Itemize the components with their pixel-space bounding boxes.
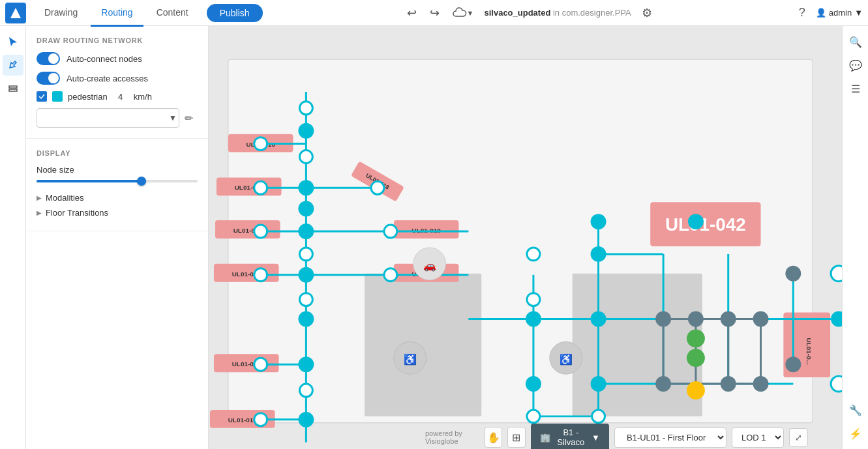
svg-point-71 [298, 201, 314, 216]
svg-point-94 [591, 376, 606, 392]
redo-button[interactable]: ↪ [427, 3, 442, 23]
svg-point-98 [831, 376, 842, 392]
hand-tool-button[interactable]: ✋ [485, 427, 502, 448]
pedestrian-unit: km/h [134, 92, 152, 102]
tab-content[interactable]: Content [146, 1, 199, 27]
svg-point-65 [298, 123, 314, 139]
svg-point-105 [753, 376, 769, 392]
building-icon: 🏢 [540, 433, 550, 442]
topbar-right: ? 👤 admin ▼ [796, 3, 863, 22]
floor-transitions-chevron-icon: ▶ [37, 209, 42, 216]
lod-select[interactable]: LOD 1 [732, 427, 784, 448]
pedestrian-type-row: ▼ ✏ [37, 108, 198, 128]
svg-point-106 [785, 266, 801, 282]
side-panel: DRAW ROUTING NETWORK Auto-connect nodes … [26, 26, 209, 449]
tab-drawing[interactable]: Drawing [34, 1, 88, 27]
layers-button[interactable] [3, 78, 23, 99]
cursor-tool-button[interactable] [3, 31, 23, 52]
lightning-button[interactable]: ⚡ [845, 423, 866, 444]
auto-connect-toggle[interactable] [37, 52, 60, 65]
search-button[interactable]: 🔍 [845, 31, 866, 52]
pedestrian-row: pedestrian 4 km/h [37, 91, 198, 102]
pedestrian-checkbox[interactable] [37, 91, 47, 102]
svg-point-82 [254, 358, 267, 371]
cloud-button[interactable]: ▼ [450, 5, 477, 22]
edit-pedestrian-button[interactable]: ✏ [179, 109, 198, 127]
svg-point-79 [299, 293, 312, 306]
node-size-slider[interactable] [37, 180, 198, 182]
svg-point-74 [384, 225, 397, 238]
svg-point-109 [687, 349, 705, 367]
svg-text:UL01-0...: UL01-0... [805, 338, 813, 366]
svg-point-102 [655, 376, 671, 392]
svg-point-107 [785, 356, 801, 372]
settings-button[interactable]: ⚙ [639, 3, 655, 23]
svg-point-111 [688, 214, 704, 229]
help-button[interactable]: ? [796, 3, 808, 22]
auto-create-row: Auto-create accesses [37, 72, 198, 85]
svg-point-93 [591, 311, 606, 327]
svg-point-108 [687, 329, 705, 347]
tools-button[interactable]: 🔧 [845, 399, 866, 420]
auto-create-toggle[interactable] [37, 72, 60, 85]
publish-button[interactable]: Publish [207, 4, 263, 22]
svg-point-72 [298, 224, 314, 239]
draw-routing-title: DRAW ROUTING NETWORK [37, 36, 198, 44]
svg-point-77 [254, 268, 267, 282]
svg-rect-2 [9, 89, 17, 91]
user-name: admin [829, 8, 852, 18]
pedestrian-color-swatch [52, 91, 63, 102]
floor-building-chevron-icon: ▼ [591, 433, 600, 442]
floor-level-select[interactable]: B1-UL01 - First Floor [614, 427, 726, 448]
modalities-chevron-icon: ▶ [37, 194, 42, 201]
expand-button[interactable]: ⤢ [789, 428, 808, 447]
svg-point-75 [299, 248, 312, 261]
draw-tool-button[interactable] [3, 55, 23, 76]
svg-point-110 [687, 381, 705, 399]
svg-text:♿: ♿ [404, 353, 417, 366]
pedestrian-speed: 4 [113, 92, 128, 102]
svg-text:UL01-042: UL01-042 [665, 214, 746, 235]
svg-point-104 [753, 311, 769, 327]
slider-fill [37, 180, 142, 182]
qr-button[interactable]: ⊞ [507, 427, 525, 448]
svg-text:UL01-019: UL01-019 [412, 227, 441, 234]
user-menu[interactable]: 👤 admin ▼ [816, 8, 863, 18]
svg-rect-1 [9, 86, 17, 88]
svg-point-100 [688, 311, 704, 327]
node-size-label: Node size [37, 165, 198, 175]
topbar: Drawing Routing Content Publish ↩ ↪ ▼ si… [0, 0, 868, 26]
building-floor-button[interactable]: 🏢 B1 - Silvaco ▼ [531, 424, 609, 449]
svg-point-83 [299, 384, 312, 397]
topbar-center: ↩ ↪ ▼ silvaco_updated in com.designer.PP… [265, 3, 794, 23]
list-button[interactable]: ☰ [845, 78, 866, 99]
svg-point-64 [299, 102, 312, 115]
svg-text:♿: ♿ [560, 353, 573, 366]
svg-point-78 [384, 268, 397, 282]
user-icon: 👤 [816, 8, 826, 18]
draw-routing-section: DRAW ROUTING NETWORK Auto-connect nodes … [26, 26, 208, 139]
svg-point-73 [254, 225, 267, 238]
svg-text:🚗: 🚗 [423, 259, 436, 272]
modalities-row[interactable]: ▶ Modalities [37, 190, 198, 205]
svg-point-76 [298, 267, 314, 283]
chat-button[interactable]: 💬 [845, 55, 866, 76]
map-area[interactable]: UL01-016 UL01-015 UL01-018 UL01-014 UL01… [209, 26, 842, 449]
svg-point-84 [298, 412, 314, 427]
pedestrian-type-select[interactable] [37, 108, 179, 128]
display-title: DISPLAY [37, 149, 198, 157]
svg-point-99 [655, 311, 671, 327]
svg-point-101 [721, 311, 736, 327]
floor-transitions-row[interactable]: ▶ Floor Transitions [37, 205, 198, 220]
svg-rect-6 [573, 274, 702, 416]
svg-point-66 [254, 138, 267, 151]
slider-thumb[interactable] [137, 177, 146, 186]
svg-point-92 [591, 246, 606, 262]
app-logo [5, 3, 26, 23]
user-menu-chevron: ▼ [854, 8, 863, 18]
tab-routing[interactable]: Routing [91, 1, 143, 27]
svg-point-96 [831, 266, 842, 282]
map-svg: UL01-016 UL01-015 UL01-018 UL01-014 UL01… [209, 26, 842, 449]
modalities-label: Modalities [46, 193, 84, 203]
undo-button[interactable]: ↩ [404, 3, 419, 23]
